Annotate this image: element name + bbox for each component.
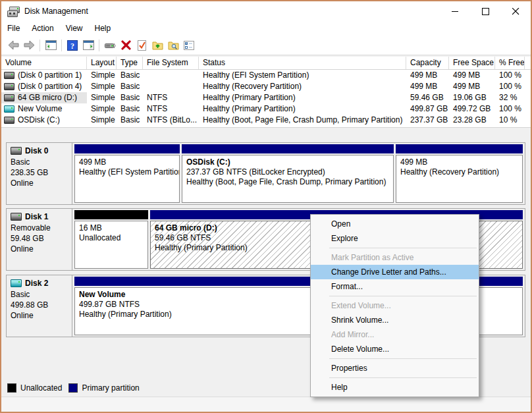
volume-name: OSDisk (C:): [18, 115, 60, 126]
menu-separator: [329, 296, 477, 296]
column-header[interactable]: Capacity: [406, 57, 449, 69]
menu-view[interactable]: View: [66, 22, 89, 35]
pct-free-cell: 32 %: [495, 92, 525, 103]
capacity-cell: 237.37 GB: [406, 115, 449, 126]
menu-item-delete-volume[interactable]: Delete Volume...: [311, 342, 479, 356]
table-row[interactable]: 64 GB micro (D:) Simple Basic NTFS Healt…: [1, 92, 531, 103]
disk-icon: [11, 279, 22, 287]
status-cell: Healthy (Primary Partition): [199, 103, 406, 115]
column-header[interactable]: Volume: [1, 57, 87, 69]
disk-2-label-panel[interactable]: Disk 2 Basic 499.88 GB Online: [7, 275, 72, 337]
disk-management-app-icon: [7, 7, 19, 16]
toolbar-separator: [40, 40, 40, 51]
partition-efi[interactable]: 499 MB Healthy (EFI System Partition): [74, 144, 180, 203]
delete-volume-button[interactable]: [118, 38, 134, 53]
legend-item-unallocated: Unallocated: [7, 383, 62, 393]
partition-unallocated[interactable]: 16 MB Unallocated: [74, 210, 148, 269]
volume-cell: (Disk 0 partition 1): [1, 70, 87, 81]
disk-icon: [11, 147, 22, 155]
type-cell: Basic: [117, 115, 143, 126]
action-pane-button[interactable]: [80, 38, 96, 53]
menu-item-mark-partition-as-active: Mark Partition as Active: [311, 250, 479, 265]
volume-drive-icon: [4, 83, 14, 90]
disk-management-window: Disk Management File Action View Help: [0, 0, 532, 413]
status-cell: Healthy (Primary Partition): [199, 92, 406, 103]
partition-size: 237.37 GB NTFS (BitLocker Encrypted): [186, 167, 389, 177]
pct-free-cell: 100 %: [495, 70, 525, 81]
disk-1-label-panel[interactable]: Disk 1 Removable 59.48 GB Online: [7, 209, 72, 270]
file-system-cell: NTFS: [143, 103, 199, 115]
menu-item-explore[interactable]: Explore: [311, 231, 479, 246]
partition-status: Healthy (Recovery Partition): [400, 167, 518, 177]
maximize-button[interactable]: [470, 1, 500, 21]
pct-free-cell: 100 %: [495, 81, 525, 92]
partition-recovery[interactable]: 499 MB Healthy (Recovery Partition): [396, 144, 523, 203]
check-document-icon: [137, 40, 147, 51]
table-row[interactable]: New Volume Simple Basic NTFS Healthy (Pr…: [1, 103, 531, 115]
menu-item-change-drive-letter-and-paths[interactable]: Change Drive Letter and Paths...: [311, 265, 479, 279]
disk-name: Disk 2: [25, 279, 48, 288]
volume-list: Volume Layout Type File System Status Ca…: [1, 57, 531, 128]
check-document-button[interactable]: [134, 38, 149, 53]
svg-text:?: ?: [70, 41, 74, 50]
menu-item-help[interactable]: Help: [311, 380, 479, 395]
free-space-cell: 23.28 GB: [449, 115, 495, 126]
volume-name: (Disk 0 partition 1): [18, 70, 82, 81]
table-row[interactable]: (Disk 0 partition 1) Simple Basic Health…: [1, 70, 531, 81]
menu-item-open[interactable]: Open: [311, 217, 479, 231]
menu-item-shrink-volume[interactable]: Shrink Volume...: [311, 313, 479, 327]
minimize-icon: [452, 8, 459, 15]
properties-button[interactable]: [181, 38, 197, 53]
column-header[interactable]: Status: [199, 57, 406, 69]
menu-bar: File Action View Help: [1, 21, 531, 36]
volume-drive-icon: [4, 117, 14, 124]
column-header[interactable]: File System: [143, 57, 199, 69]
menu-item-format[interactable]: Format...: [311, 279, 479, 294]
partition-status: Unallocated: [79, 233, 144, 243]
disk-row-0: Disk 0 Basic 238.35 GB Online 499 MB Hea…: [6, 142, 525, 205]
partition-osdisk-c[interactable]: OSDisk (C:) 237.37 GB NTFS (BitLocker En…: [182, 144, 394, 203]
properties-icon: [184, 41, 194, 50]
help-button[interactable]: ?: [65, 38, 80, 53]
disk-0-partitions: 499 MB Healthy (EFI System Partition) OS…: [72, 143, 525, 204]
column-header[interactable]: Layout: [87, 57, 117, 69]
open-folder-button[interactable]: [149, 38, 165, 53]
legend-item-primary-partition: Primary partition: [68, 383, 139, 393]
disk-name: Disk 0: [25, 146, 48, 155]
window-title: Disk Management: [24, 7, 88, 16]
rescan-disks-button[interactable]: [102, 38, 118, 53]
explore-folder-button[interactable]: [165, 38, 181, 53]
column-header[interactable]: Type: [117, 57, 143, 69]
close-button[interactable]: [500, 1, 531, 21]
menu-action[interactable]: Action: [32, 22, 59, 35]
file-system-cell: NTFS: [143, 92, 199, 103]
minimize-button[interactable]: [440, 1, 470, 21]
forward-button[interactable]: [21, 38, 37, 53]
disk-size: 238.35 GB: [11, 167, 68, 178]
partition-status: Healthy (Boot, Page File, Crash Dump, Pr…: [186, 177, 389, 187]
free-space-cell: 499 MB: [449, 70, 495, 81]
menu-help[interactable]: Help: [95, 22, 117, 35]
volume-list-header: Volume Layout Type File System Status Ca…: [1, 57, 531, 70]
volume-name: (Disk 0 partition 4): [18, 81, 82, 92]
file-system-cell: [143, 81, 199, 92]
file-system-cell: [143, 70, 199, 81]
column-header[interactable]: % Free: [495, 57, 525, 69]
column-header[interactable]: Free Space: [449, 57, 495, 69]
back-button[interactable]: [5, 38, 21, 53]
rescan-disks-icon: [104, 41, 116, 50]
menu-item-properties[interactable]: Properties: [311, 361, 479, 375]
disk-kind: Basic: [11, 157, 68, 167]
disk-state: Online: [11, 310, 68, 321]
legend-label: Primary partition: [82, 383, 139, 393]
partition-color-bar: [74, 210, 148, 219]
disk-0-label-panel[interactable]: Disk 0 Basic 238.35 GB Online: [7, 143, 72, 204]
console-tree-button[interactable]: [43, 38, 59, 53]
table-row[interactable]: (Disk 0 partition 4) Simple Basic Health…: [1, 81, 531, 92]
status-cell: Healthy (Recovery Partition): [199, 81, 406, 92]
volume-cell: OSDisk (C:): [1, 115, 87, 126]
menu-file[interactable]: File: [7, 22, 26, 35]
partition-color-bar: [396, 144, 523, 153]
menu-separator: [329, 248, 477, 248]
table-row[interactable]: OSDisk (C:) Simple Basic NTFS (BitLo... …: [1, 115, 531, 126]
